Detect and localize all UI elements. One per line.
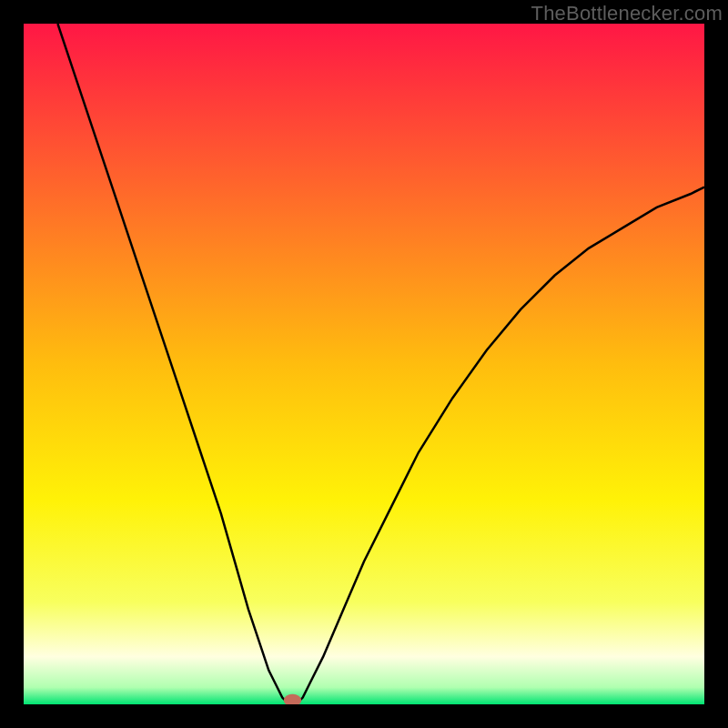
heat-gradient-background: [24, 24, 704, 704]
chart-svg: [24, 24, 704, 704]
chart-frame: TheBottlenecker.com: [0, 0, 728, 728]
plot-area: [24, 24, 704, 704]
watermark-text: TheBottlenecker.com: [531, 2, 723, 25]
